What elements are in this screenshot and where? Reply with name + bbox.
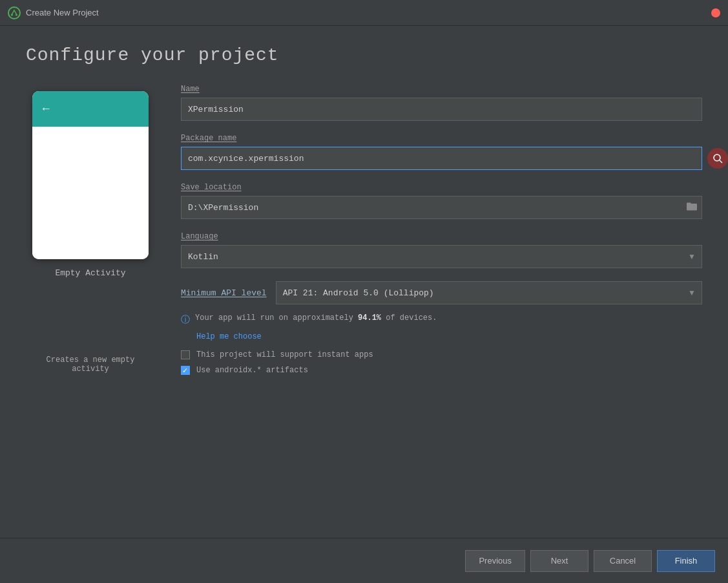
cancel-button[interactable]: Cancel [594, 550, 652, 572]
activity-description: Creates a new empty activity [26, 355, 155, 374]
phone-header: ← [32, 91, 149, 127]
name-input[interactable] [181, 98, 702, 121]
main-content: Configure your project ← Empty Activity … [0, 26, 728, 538]
search-icon [707, 148, 728, 169]
phone-preview: ← [32, 91, 149, 259]
package-name-input[interactable] [181, 147, 702, 170]
instant-apps-checkbox-row: This project will support instant apps [181, 350, 702, 359]
info-message: Your app will run on approximately 94.1%… [195, 313, 437, 323]
next-button[interactable]: Next [530, 550, 588, 572]
package-name-group: Package name [181, 134, 702, 170]
save-location-input-wrapper [181, 196, 702, 219]
androidx-label: Use androidx.* artifacts [196, 366, 308, 375]
language-select[interactable]: Kotlin Java [181, 245, 702, 268]
info-icon: ⓘ [181, 314, 190, 326]
info-section: ⓘ Your app will run on approximately 94.… [181, 313, 702, 341]
min-api-label: Minimum API level [181, 288, 267, 298]
info-text: ⓘ Your app will run on approximately 94.… [181, 313, 702, 326]
svg-point-0 [8, 7, 20, 19]
instant-apps-checkbox[interactable] [181, 350, 190, 359]
svg-line-4 [720, 160, 722, 163]
phone-body [32, 127, 149, 259]
package-name-label: Package name [181, 134, 702, 143]
previous-button[interactable]: Previous [465, 550, 525, 572]
androidx-checkbox[interactable] [181, 366, 190, 375]
min-api-row: Minimum API level API 21: Android 5.0 (L… [181, 281, 702, 304]
content-row: ← Empty Activity Creates a new empty act… [26, 85, 702, 381]
min-api-select-wrapper: API 21: Android 5.0 (Lollipop) API 16: A… [276, 281, 702, 304]
right-panel: Name Package name [181, 85, 702, 381]
button-bar: Previous Next Cancel Finish [0, 538, 728, 583]
folder-icon[interactable] [687, 202, 697, 213]
help-me-choose-link[interactable]: Help me choose [196, 332, 262, 341]
page-title: Configure your project [26, 45, 702, 65]
language-select-wrapper: Kotlin Java ▼ [181, 245, 702, 268]
package-name-input-wrapper [181, 147, 702, 170]
language-label: Language [181, 232, 702, 241]
language-group: Language Kotlin Java ▼ [181, 232, 702, 268]
svg-point-3 [714, 154, 720, 161]
save-location-label: Save location [181, 183, 702, 192]
save-location-input[interactable] [181, 196, 702, 219]
window-title: Create New Project [26, 8, 99, 17]
left-panel: ← Empty Activity Creates a new empty act… [26, 85, 155, 374]
android-studio-icon [8, 6, 21, 19]
name-label: Name [181, 85, 702, 94]
close-button[interactable] [711, 8, 720, 17]
androidx-checkbox-row: Use androidx.* artifacts [181, 366, 702, 375]
min-api-select[interactable]: API 21: Android 5.0 (Lollipop) API 16: A… [276, 281, 702, 304]
save-location-group: Save location [181, 183, 702, 219]
back-arrow-icon: ← [40, 102, 52, 116]
svg-point-1 [11, 14, 13, 16]
activity-label: Empty Activity [55, 268, 125, 278]
svg-point-2 [16, 14, 17, 16]
info-percentage: 94.1% [358, 313, 381, 323]
title-bar: Create New Project [0, 0, 728, 26]
name-group: Name [181, 85, 702, 121]
finish-button[interactable]: Finish [657, 550, 715, 572]
instant-apps-label: This project will support instant apps [196, 350, 373, 359]
